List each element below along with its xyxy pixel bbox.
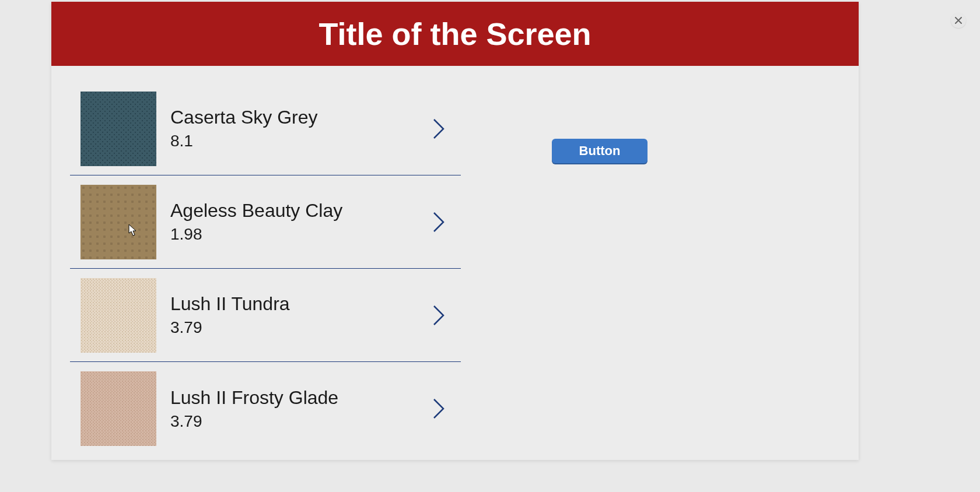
item-text: Lush II Tundra 3.79 [170,293,432,337]
product-list[interactable]: Caserta Sky Grey 8.1 Ageless Beauty Clay… [70,66,461,460]
detail-pane: Button [461,66,859,460]
item-value: 3.79 [170,318,432,337]
list-item[interactable]: Ageless Beauty Clay 1.98 [70,175,461,269]
product-swatch [80,185,156,259]
chevron-right-icon [432,397,446,420]
item-text: Lush II Frosty Glade 3.79 [170,387,432,431]
modal-body: Caserta Sky Grey 8.1 Ageless Beauty Clay… [51,66,859,460]
modal-window: Title of the Screen Caserta Sky Grey 8.1… [51,2,859,460]
list-item[interactable]: Lush II Tundra 3.79 [70,269,461,362]
page-title: Title of the Screen [318,16,591,52]
item-title: Caserta Sky Grey [170,107,432,128]
close-icon [955,17,962,24]
item-text: Ageless Beauty Clay 1.98 [170,200,432,244]
modal-header: Title of the Screen [51,2,859,66]
action-button[interactable]: Button [552,139,648,163]
item-value: 3.79 [170,412,432,431]
product-swatch [80,278,156,353]
chevron-right-icon [432,117,446,140]
item-text: Caserta Sky Grey 8.1 [170,107,432,150]
item-title: Ageless Beauty Clay [170,200,432,222]
close-button[interactable] [951,13,966,28]
product-swatch [80,92,156,166]
chevron-right-icon [432,210,446,234]
chevron-right-icon [432,304,446,327]
list-item[interactable]: Lush II Frosty Glade 3.79 [70,362,461,455]
item-value: 8.1 [170,132,432,150]
list-item[interactable]: Caserta Sky Grey 8.1 [70,82,461,175]
item-value: 1.98 [170,225,432,244]
item-title: Lush II Frosty Glade [170,387,432,409]
item-title: Lush II Tundra [170,293,432,315]
product-swatch [80,371,156,446]
